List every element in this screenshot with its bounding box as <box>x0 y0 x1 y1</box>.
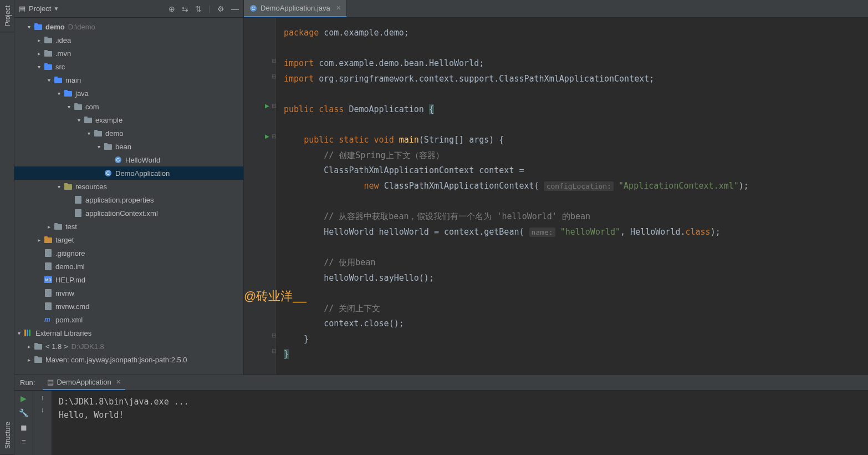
close-icon[interactable]: ✕ <box>116 378 121 386</box>
tree-arrow-icon[interactable]: ▸ <box>24 357 33 363</box>
dropdown-arrow-icon[interactable]: ▼ <box>53 6 59 12</box>
tree-node-application-properties[interactable]: application.properties <box>14 193 243 206</box>
tree-label: main <box>65 76 81 84</box>
project-panel-title[interactable]: Project <box>29 4 51 13</box>
hide-icon[interactable]: — <box>231 4 239 13</box>
tree-node-target[interactable]: ▸target <box>14 233 243 246</box>
tree-node--1-8-[interactable]: ▸< 1.8 >D:\JDK1.8 <box>14 340 243 353</box>
tree-node-applicationcontext-xml[interactable]: applicationContext.xml <box>14 206 243 220</box>
tree-node--mvn[interactable]: ▸.mvn <box>14 47 243 60</box>
tree-label: < 1.8 > <box>45 342 68 351</box>
tree-arrow-icon[interactable]: ▾ <box>24 24 33 30</box>
tree-node-helloworld[interactable]: CHelloWorld <box>14 153 243 166</box>
tree-label: demo <box>105 129 124 138</box>
tree-arrow-icon[interactable]: ▸ <box>44 224 53 230</box>
tree-node-demoapplication[interactable]: CDemoApplication <box>14 166 243 180</box>
tree-arrow-icon[interactable]: ▾ <box>44 77 53 83</box>
tree-arrow-icon[interactable]: ▾ <box>34 64 43 70</box>
tree-arrow-icon[interactable]: ▾ <box>74 117 83 123</box>
tree-node-src[interactable]: ▾src <box>14 60 243 73</box>
tree-node-help-md[interactable]: MDHELP.md <box>14 273 243 286</box>
fold-end-icon[interactable]: ⊟ <box>272 73 276 79</box>
tree-node-maven-com-jayway-jsonpath-json-path-2-5-0[interactable]: ▸Maven: com.jayway.jsonpath:json-path:2.… <box>14 353 243 366</box>
lib-icon <box>23 330 33 336</box>
tree-label: applicationContext.xml <box>85 209 158 218</box>
folder-icon <box>73 103 83 110</box>
run-config-tab[interactable]: ▤ DemoApplication ✕ <box>43 375 125 390</box>
svg-rect-32 <box>45 249 52 257</box>
svg-rect-19 <box>104 143 108 145</box>
tree-node-mvnw[interactable]: mvnw <box>14 286 243 300</box>
svg-rect-36 <box>45 289 52 297</box>
expand-icon[interactable]: ⇆ <box>182 4 188 13</box>
fold-icon[interactable]: ⊟ <box>272 133 276 139</box>
svg-rect-40 <box>27 330 28 336</box>
fold-icon[interactable]: ⊟ <box>272 58 276 64</box>
project-tree[interactable]: ▾demoD:\demo▸.idea▸.mvn▾src▾main▾java▾co… <box>14 18 243 375</box>
stop-icon[interactable]: ◼ <box>21 423 27 432</box>
editor-tab-demoapplication[interactable]: C DemoApplication.java ✕ <box>244 0 347 17</box>
tree-arrow-icon[interactable]: ▾ <box>64 104 73 110</box>
tree-label: HELP.md <box>55 276 85 284</box>
down-arrow-icon[interactable]: ↓ <box>41 406 44 414</box>
structure-tool-tab[interactable]: Structure <box>0 416 14 455</box>
wrench-icon[interactable]: 🔧 <box>19 408 28 417</box>
tree-node-external-libraries[interactable]: ▾External Libraries <box>14 326 243 340</box>
folder-icon <box>33 343 43 350</box>
left-tool-rail: Project Structure <box>0 0 14 455</box>
editor-body: ▶ ▶ ⊟ ⊟ ⊟ ⊟ ⊟ ⊟ package com.example.demo… <box>244 18 868 375</box>
svg-rect-9 <box>54 77 58 79</box>
tree-arrow-icon[interactable]: ▸ <box>34 37 43 43</box>
tree-arrow-icon[interactable]: ▸ <box>34 50 43 57</box>
tree-node-bean[interactable]: ▾bean <box>14 140 243 153</box>
settings-icon[interactable]: ⚙ <box>217 4 224 13</box>
tree-node-demo[interactable]: ▾demo <box>14 127 243 140</box>
tree-node-java[interactable]: ▾java <box>14 87 243 100</box>
project-panel: ▤ Project ▼ ⊕ ⇆ ⇅ | ⚙ — ▾demoD:\demo▸.id… <box>14 0 244 375</box>
svg-rect-1 <box>34 23 38 26</box>
tree-node-main[interactable]: ▾main <box>14 73 243 87</box>
run-gutter-icon[interactable]: ▶ <box>265 133 269 139</box>
layout-icon[interactable]: ≡ <box>21 437 25 446</box>
fold-end-icon[interactable]: ⊟ <box>272 348 276 354</box>
tree-node-demo[interactable]: ▾demoD:\demo <box>14 20 243 33</box>
class-icon: C <box>103 169 113 177</box>
tree-arrow-icon[interactable]: ▾ <box>84 130 93 136</box>
tree-node--gitignore[interactable]: .gitignore <box>14 246 243 260</box>
fold-end-icon[interactable]: ⊟ <box>272 332 276 338</box>
tree-arrow-icon[interactable]: ▸ <box>24 343 33 350</box>
tree-arrow-icon[interactable]: ▾ <box>94 144 103 150</box>
fold-icon[interactable]: ⊟ <box>272 103 276 109</box>
tree-arrow-icon[interactable]: ▾ <box>14 330 23 336</box>
file-icon <box>43 249 53 257</box>
tree-node-com[interactable]: ▾com <box>14 100 243 113</box>
tree-node-test[interactable]: ▸test <box>14 220 243 233</box>
tree-node-resources[interactable]: ▾resources <box>14 180 243 193</box>
console-output[interactable]: D:\JDK1.8\bin\java.exe ... Hello, World! <box>52 391 868 455</box>
tree-arrow-icon[interactable]: ▾ <box>54 184 63 190</box>
collapse-icon[interactable]: ⇅ <box>195 4 202 13</box>
svg-rect-29 <box>54 223 58 225</box>
tree-label: com <box>85 103 99 111</box>
tree-node--idea[interactable]: ▸.idea <box>14 33 243 47</box>
locate-icon[interactable]: ⊕ <box>169 4 175 13</box>
editor-gutter[interactable]: ▶ ▶ ⊟ ⊟ ⊟ ⊟ ⊟ ⊟ <box>244 18 276 375</box>
code-editor[interactable]: package com.example.demo; import com.exa… <box>276 18 868 375</box>
console-line: D:\JDK1.8\bin\java.exe ... <box>59 395 861 408</box>
run-side-toolbar: ↑ ↓ <box>33 391 52 455</box>
svg-text:C: C <box>252 6 256 11</box>
tree-node-example[interactable]: ▾example <box>14 113 243 127</box>
tree-node-demo-iml[interactable]: demo.iml <box>14 260 243 273</box>
close-icon[interactable]: ✕ <box>336 4 341 12</box>
tree-node-mvnw-cmd[interactable]: mvnw.cmd <box>14 300 243 313</box>
tree-arrow-icon[interactable]: ▾ <box>54 90 63 97</box>
project-tool-tab[interactable]: Project <box>0 0 14 32</box>
folder-orange-icon <box>43 236 53 243</box>
java-class-icon: C <box>249 4 257 12</box>
rerun-icon[interactable]: ▶ <box>21 394 27 403</box>
up-arrow-icon[interactable]: ↑ <box>41 394 44 402</box>
tree-arrow-icon[interactable]: ▸ <box>34 237 43 243</box>
run-gutter-icon[interactable]: ▶ <box>265 103 269 109</box>
tree-node-pom-xml[interactable]: mpom.xml <box>14 313 243 326</box>
run-panel-header: Run: ▤ DemoApplication ✕ <box>14 375 868 391</box>
